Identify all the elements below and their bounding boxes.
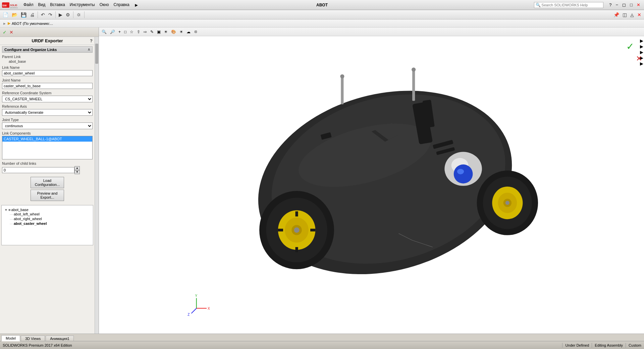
preview-export-button[interactable]: Preview andExport... xyxy=(31,190,64,201)
close-button[interactable]: ✕ xyxy=(635,2,642,8)
action-buttons: LoadConfiguration... Preview andExport..… xyxy=(2,177,93,201)
robot-3d-view[interactable]: X Y Z xyxy=(99,36,644,334)
panel-right-button[interactable]: ◬ xyxy=(629,11,635,18)
tree-root-label[interactable]: abot_base xyxy=(11,208,29,212)
left-content: URDF Exporter ? Configure and Organize L… xyxy=(0,37,95,334)
view-top-button[interactable]: ⇧ xyxy=(136,29,142,35)
pin-button[interactable]: 📌 xyxy=(612,11,621,18)
svg-text:SOLID: SOLID xyxy=(10,4,17,6)
joint-type-label: Joint Type xyxy=(2,118,93,122)
undo-button[interactable]: ↶ xyxy=(40,11,46,18)
tree-panel: ▼ ■ abot_base — abot_left_wheel xyxy=(1,205,93,245)
viewport-cancel: ✕ xyxy=(636,54,642,63)
svg-text:SW: SW xyxy=(2,4,7,7)
status-edition: SOLIDWORKS Premium 2017 x64 Edition xyxy=(3,343,559,347)
viewport-x-icon[interactable]: ✕ xyxy=(636,54,642,63)
left-panel-scrollbar[interactable] xyxy=(95,37,99,334)
new-button[interactable]: 📄 xyxy=(1,11,10,18)
robot-svg: X Y Z xyxy=(99,36,644,334)
ref-axis-select[interactable]: Automatically Generate X Axis Y Axis Z A… xyxy=(2,109,93,116)
joint-type-select[interactable]: continuous revolute prismatic fixed floa… xyxy=(2,122,93,129)
svg-text:Y: Y xyxy=(195,294,198,298)
tree-icon: ■ xyxy=(8,208,11,212)
titlebar: SW SOLID WORKS Файл Вид Вставка Инструме… xyxy=(0,0,644,10)
view-settings-button[interactable]: ⛭ xyxy=(193,29,199,35)
tree-child-label-2[interactable]: abot_right_wheel xyxy=(14,217,42,221)
arrow-icon[interactable]: ► xyxy=(132,2,141,8)
select-button[interactable]: ▶ xyxy=(57,11,64,18)
zoom-fit-button[interactable]: 🔍 xyxy=(100,29,108,35)
link-name-input[interactable] xyxy=(2,70,93,76)
rebuild-button[interactable]: ⚙ xyxy=(64,11,71,18)
panel-help-button[interactable]: ? xyxy=(90,38,93,43)
zoom-in-button[interactable]: + xyxy=(117,29,122,35)
view-right-button[interactable]: ⇨ xyxy=(142,29,148,35)
search-input[interactable] xyxy=(541,3,602,7)
menu-bar: Файл Вид Вставка Инструменты Окно Справк… xyxy=(21,2,531,8)
menu-view[interactable]: Вид xyxy=(36,2,48,8)
display-style-button[interactable]: ▣ xyxy=(156,29,162,35)
breadcrumb-text: АБОТ (По умолчанию:... xyxy=(12,21,53,26)
cancel-button[interactable]: ✕ xyxy=(9,29,14,36)
tree-child-icon-2: — xyxy=(10,217,13,221)
num-child-links-label: Number of child links xyxy=(2,161,93,165)
vp-icon-2[interactable]: ▶ xyxy=(640,44,643,49)
link-component-item[interactable]: CASTER_WHEEL_BALL-1@ABOT xyxy=(2,136,92,142)
appearance-button[interactable]: ☀ xyxy=(178,29,184,35)
confirm-button[interactable]: ✓ xyxy=(2,29,7,36)
panel-toolbar: ✓ ✕ xyxy=(0,28,99,37)
status-separator-3 xyxy=(626,343,626,348)
close-panel-button[interactable]: ✕ xyxy=(636,11,643,18)
section-view-button[interactable]: ✎ xyxy=(149,29,155,35)
tree-child-icon-1: — xyxy=(10,212,13,216)
save-button[interactable]: 💾 xyxy=(19,11,28,18)
menu-file[interactable]: Файл xyxy=(21,2,36,8)
options-button[interactable]: ⛭ xyxy=(75,11,83,18)
viewport-check-icon[interactable]: ✓ xyxy=(626,41,634,52)
maximize-button[interactable]: □ xyxy=(628,2,634,8)
restore-button[interactable]: ◻ xyxy=(621,2,628,8)
panel-title: URDF Exporter xyxy=(32,38,63,43)
help-button[interactable]: ? xyxy=(607,2,613,8)
tab-animation[interactable]: Анимация1 xyxy=(46,336,74,341)
stepper-down[interactable]: ▼ xyxy=(74,170,80,174)
tab-3dviews[interactable]: 3D Views xyxy=(21,336,45,341)
viewport[interactable]: 🔍 🔎 + □ ☆ ⇧ ⇨ ✎ ▣ ☀ 🎨 ☀ ☁ ⛭ xyxy=(99,28,644,334)
color-button[interactable]: 🎨 xyxy=(170,29,177,35)
scene-button[interactable]: ☁ xyxy=(185,29,192,35)
scrollbar-thumb[interactable] xyxy=(95,44,98,64)
vp-icon-3[interactable]: ▶ xyxy=(640,50,643,55)
collapse-arrow[interactable]: ∧ xyxy=(88,47,90,52)
svg-point-23 xyxy=(505,201,509,205)
num-child-links-input[interactable] xyxy=(2,167,74,173)
tree-child-label-3[interactable]: abot_caster_wheel xyxy=(14,221,47,226)
configure-section-header[interactable]: Configure and Organize Links ∧ xyxy=(2,46,93,53)
left-panel: ✓ ✕ URDF Exporter ? Configure and Organi… xyxy=(0,28,99,334)
svg-point-26 xyxy=(454,164,473,184)
vp-icon-1[interactable]: ▶ xyxy=(640,38,643,43)
tree-child-label-1[interactable]: abot_left_wheel xyxy=(14,212,40,216)
menu-insert[interactable]: Вставка xyxy=(48,2,67,8)
panel-left-button[interactable]: ◫ xyxy=(621,11,628,18)
zoom-select-button[interactable]: 🔎 xyxy=(109,29,116,35)
open-button[interactable]: 📂 xyxy=(10,11,19,18)
minimize-button[interactable]: − xyxy=(614,2,620,8)
view-orient-button[interactable]: □ xyxy=(123,29,128,35)
viewport-confirm: ✓ xyxy=(626,41,634,52)
ref-coord-select[interactable]: CS_CASTER_WHEEL CS_LEFT_WHEEL CS_RIGHT_W… xyxy=(2,96,93,102)
tree-expand-icon[interactable]: ▼ xyxy=(4,208,8,212)
hide-show-button[interactable]: ☀ xyxy=(163,29,169,35)
menu-tools[interactable]: Инструменты xyxy=(68,2,97,8)
print-button[interactable]: 🖨 xyxy=(29,11,36,18)
svg-point-17 xyxy=(294,227,299,233)
load-config-button[interactable]: LoadConfiguration... xyxy=(31,177,64,188)
svg-point-31 xyxy=(340,74,344,78)
joint-name-input[interactable] xyxy=(2,83,93,89)
redo-button[interactable]: ↷ xyxy=(47,11,54,18)
status-separator-1 xyxy=(562,343,562,348)
stepper-up[interactable]: ▲ xyxy=(74,166,80,170)
view-front-button[interactable]: ☆ xyxy=(128,29,135,35)
menu-window[interactable]: Окно xyxy=(98,2,111,8)
menu-help[interactable]: Справка xyxy=(112,2,131,8)
tab-model[interactable]: Model xyxy=(1,335,20,341)
